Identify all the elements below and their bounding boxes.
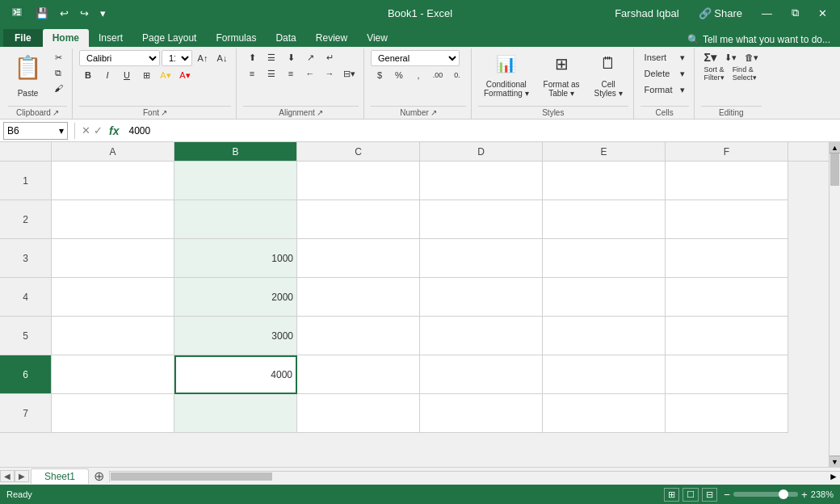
cell-f7[interactable] [666,394,788,433]
number-expand-icon[interactable]: ↗ [430,108,437,117]
fill-btn[interactable]: ⬇▾ [721,50,740,65]
save-quick-btn[interactable]: 💾 [32,6,52,21]
cell-c2[interactable] [297,200,420,239]
cell-d4[interactable] [420,278,543,317]
zoom-slider-track[interactable] [733,492,798,497]
scroll-thumb[interactable] [830,153,839,186]
tab-formulas[interactable]: Formulas [206,29,266,47]
cell-c6[interactable] [297,355,420,394]
cell-f1[interactable] [666,162,788,200]
align-right-btn[interactable]: ≡ [282,66,300,81]
zoom-out-btn[interactable]: − [724,489,730,501]
tab-data[interactable]: Data [266,29,305,47]
align-left-btn[interactable]: ≡ [243,66,261,81]
format-as-table-btn[interactable]: ⊞ Format asTable ▾ [538,50,586,102]
copy-btn[interactable]: ⧉ [49,65,67,80]
autosum-btn[interactable]: Σ▾ [701,50,720,65]
sheet-nav-left-btn[interactable]: ◀ [0,470,15,482]
confirm-formula-icon[interactable]: ✓ [94,124,103,136]
sheet-nav-right-btn[interactable]: ▶ [15,470,29,482]
col-header-f[interactable]: F [666,142,788,161]
delete-btn[interactable]: Delete ▾ [640,66,689,81]
align-top-btn[interactable]: ⬆ [243,50,261,65]
cell-b1[interactable] [174,162,297,200]
tab-review[interactable]: Review [306,29,357,47]
find-select-btn[interactable]: Find &Select▾ [729,66,760,81]
tab-insert[interactable]: Insert [89,29,132,47]
cell-c1[interactable] [297,162,420,200]
tell-me-box[interactable]: 🔍 Tell me what you want to do... [681,32,837,47]
cell-f4[interactable] [666,278,788,317]
font-size-select[interactable]: 11 [162,50,192,66]
cell-d1[interactable] [420,162,543,200]
cell-d7[interactable] [420,394,543,433]
cell-a5[interactable] [52,317,174,355]
clipboard-expand-icon[interactable]: ↗ [52,108,59,117]
conditional-formatting-btn[interactable]: 📊 ConditionalFormatting ▾ [478,50,535,102]
name-box[interactable]: B6 ▾ [3,122,68,140]
cell-c4[interactable] [297,278,420,317]
cell-a7[interactable] [52,394,174,433]
fill-color-btn[interactable]: A▾ [157,68,174,82]
indent-inc-btn[interactable]: → [321,66,338,81]
cell-a6[interactable] [52,355,174,394]
cell-b7[interactable] [174,394,297,433]
row-header-6[interactable]: 6 [0,355,52,394]
undo-btn[interactable]: ↩ [57,6,72,21]
redo-btn[interactable]: ↪ [77,6,92,21]
cell-f5[interactable] [666,317,788,355]
align-center-btn[interactable]: ☰ [262,66,280,81]
font-name-select[interactable]: Calibri [79,50,160,66]
insert-function-icon[interactable]: fx [109,124,119,137]
user-account-btn[interactable]: Farshad Iqbal [608,6,686,21]
font-grow-btn[interactable]: A↑ [194,51,212,65]
cell-d5[interactable] [420,317,543,355]
align-middle-btn[interactable]: ☰ [262,50,280,65]
comma-btn[interactable]: , [410,68,427,82]
cell-e2[interactable] [543,200,666,239]
cell-e1[interactable] [543,162,666,200]
formula-input[interactable] [125,122,837,140]
cell-a1[interactable] [52,162,174,200]
cell-b5[interactable]: 3000 [174,317,297,355]
restore-btn[interactable]: ⧉ [785,5,805,21]
cell-e3[interactable] [543,239,666,278]
align-bottom-btn[interactable]: ⬇ [282,50,300,65]
format-painter-btn[interactable]: 🖌 [49,81,67,95]
clear-btn[interactable]: 🗑▾ [741,50,762,65]
cell-a3[interactable] [52,239,174,278]
bold-btn[interactable]: B [79,68,97,82]
page-layout-view-btn[interactable]: ☐ [682,488,699,502]
orientation-btn[interactable]: ↗ [301,50,319,65]
row-header-7[interactable]: 7 [0,394,52,433]
indent-dec-btn[interactable]: ← [301,66,319,81]
excel-icon[interactable] [6,3,27,23]
cancel-formula-icon[interactable]: ✕ [82,124,90,136]
cell-c7[interactable] [297,394,420,433]
minimize-btn[interactable]: — [755,6,779,21]
cell-d3[interactable] [420,239,543,278]
cell-a2[interactable] [52,200,174,239]
h-scroll-thumb[interactable] [111,472,272,481]
page-break-view-btn[interactable]: ⊟ [702,488,717,502]
underline-btn[interactable]: U [118,68,136,82]
cell-d6[interactable] [420,355,543,394]
col-header-d[interactable]: D [420,142,543,161]
cell-d2[interactable] [420,200,543,239]
scroll-down-btn[interactable]: ▼ [830,456,840,467]
cell-b2[interactable] [174,200,297,239]
border-btn[interactable]: ⊞ [137,68,155,82]
number-format-select[interactable]: General [371,50,460,66]
cell-f6[interactable] [666,355,788,394]
paste-btn[interactable]: 📋 Paste [8,50,48,102]
normal-view-btn[interactable]: ⊞ [664,488,679,502]
cell-b6[interactable]: 4000 [174,355,297,394]
cell-b4[interactable]: 2000 [174,278,297,317]
scroll-up-btn[interactable]: ▲ [830,142,840,153]
cut-btn[interactable]: ✂ [49,50,67,65]
cell-e4[interactable] [543,278,666,317]
col-header-a[interactable]: A [52,142,174,161]
close-btn[interactable]: ✕ [812,6,834,21]
increase-dec-btn[interactable]: .00 [429,68,447,82]
name-box-dropdown[interactable]: ▾ [59,125,64,136]
